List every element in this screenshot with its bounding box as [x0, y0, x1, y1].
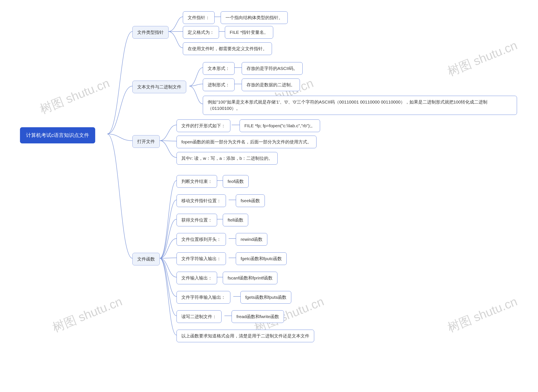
- node-b1-n1a: 文件指针：: [183, 11, 214, 24]
- node-b4-n8b: fread函数和fwrite函数: [232, 310, 284, 323]
- node-b4-n9: 以上函数要求知道格式会用，清楚是用于二进制文件还是文本文件: [176, 330, 314, 342]
- node-b4-n2b: fseek函数: [236, 194, 265, 207]
- node-b2-n3: 例如"100"如果是文本形式就是存储'1'、'0'、'0'三个字符的ASCII码…: [203, 96, 517, 115]
- node-b4-n5b: fgetc函数和fputc函数: [236, 252, 287, 265]
- node-b3-n3: 其中r: 读，w：写，a：添加，b：二进制位的。: [176, 152, 278, 165]
- watermark: 树图 shutu.cn: [50, 293, 125, 336]
- node-b3-n2: fopen函数的前面一部分为文件名，后面一部分为文件的使用方式。: [176, 136, 316, 148]
- branch-file-type-pointer: 文件类型指针: [132, 26, 169, 39]
- node-b4-n1a: 判断文件结束：: [176, 175, 217, 188]
- node-b4-n3b: ftell函数: [223, 214, 248, 226]
- node-b4-n3a: 获得文件位置：: [176, 214, 217, 226]
- node-b2-n1b: 存放的是字符的ASCII码。: [242, 62, 303, 75]
- node-b4-n1b: feof函数: [223, 175, 249, 188]
- node-b2-n2a: 进制形式：: [203, 79, 234, 91]
- node-b2-n1a: 文本形式：: [203, 62, 234, 75]
- node-b3-n1a: 文件的打开形式如下：: [176, 119, 230, 132]
- node-b4-n2a: 移动文件指针位置：: [176, 194, 226, 207]
- node-b1-n2b: FILE *指针变量名。: [225, 26, 273, 39]
- watermark: 树图 shutu.cn: [445, 293, 520, 336]
- node-b4-n5a: 文件字符输入输出：: [176, 252, 226, 265]
- node-b4-n6b: fscanf函数和fprintf函数: [223, 272, 277, 284]
- branch-text-binary: 文本文件与二进制文件: [132, 81, 186, 93]
- node-b3-n1b: FILE *fp; fp=fopen("c:\\lab.c","rb");。: [240, 119, 320, 132]
- branch-open-file: 打开文件: [132, 135, 160, 148]
- node-b4-n6a: 文件输入输出：: [176, 272, 217, 284]
- node-b1-n3: 在使用文件时，都需要先定义文件指针。: [183, 42, 272, 55]
- node-b1-n1b: 一个指向结构体类型的指针。: [221, 11, 288, 24]
- node-b1-n2a: 定义格式为：: [183, 26, 219, 39]
- root-node: 计算机考试c语言知识点文件: [20, 127, 95, 143]
- node-b4-n8a: 读写二进制文件：: [176, 310, 222, 323]
- watermark: 树图 shutu.cn: [445, 37, 520, 80]
- watermark: 树图 shutu.cn: [37, 75, 112, 118]
- node-b4-n7a: 文件字符串输入输出：: [176, 291, 230, 303]
- node-b4-n4b: rewind函数: [236, 233, 267, 246]
- branch-file-functions: 文件函数: [132, 253, 160, 265]
- node-b4-n7b: fgets函数和fputs函数: [240, 291, 291, 303]
- node-b2-n2b: 存放的是数据的二进制。: [242, 79, 300, 91]
- node-b4-n4a: 文件位置移到开头：: [176, 233, 226, 246]
